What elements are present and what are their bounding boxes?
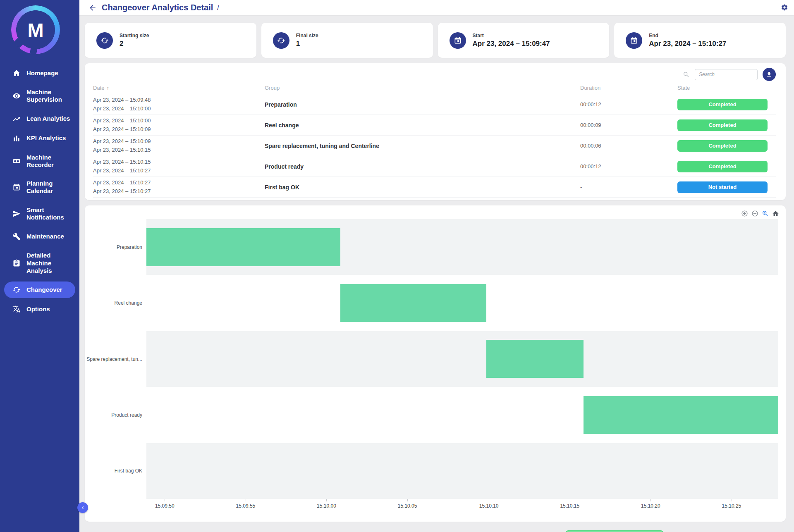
sidebar-item-changeover[interactable]: Changeover [4, 282, 75, 298]
breadcrumb-separator: / [217, 4, 219, 12]
sidebar-item-homepage[interactable]: Homepage [4, 65, 75, 81]
stat-cards-row: Starting size2Final size1StartApr 23, 20… [85, 23, 786, 58]
partial-legend-chip[interactable] [566, 530, 663, 532]
x-tick-label: 15:10:00 [317, 503, 336, 509]
stat-card-label: End [649, 33, 726, 38]
group-cell: Reel change [265, 122, 580, 129]
gantt-chart-card: PreparationReel changeSpare replacement,… [85, 205, 786, 522]
sidebar-item-label: Detailed Machine Analysis [26, 252, 70, 274]
calendar-icon-circle [626, 32, 642, 49]
trend-icon [12, 115, 21, 123]
gantt-band-spare-replacement-tun [146, 331, 778, 387]
duration-cell: 00:00:12 [580, 101, 677, 107]
changeover-icon [100, 36, 109, 45]
calendar-icon [12, 183, 21, 191]
sidebar-item-smart-notifications[interactable]: Smart Notifications [4, 202, 75, 226]
page-title: Changeover Analytics Detail [102, 3, 213, 12]
sidebar: M HomepageMachine SupervisionLean Analyt… [0, 0, 79, 532]
sidebar-collapse-button[interactable] [77, 502, 88, 513]
state-badge: Completed [677, 119, 768, 131]
gantt-plot-area [146, 219, 778, 499]
stat-card-starting-size: Starting size2 [85, 23, 256, 58]
table-row-product-ready[interactable]: Apr 23, 2024 – 15:10:15Apr 23, 2024 – 15… [93, 156, 776, 177]
search-input[interactable] [695, 69, 758, 80]
column-header-state[interactable]: State [677, 85, 776, 91]
state-badge: Completed [677, 140, 768, 152]
date-cell: Apr 23, 2024 – 15:10:00Apr 23, 2024 – 15… [93, 117, 265, 133]
translate-icon [12, 305, 21, 313]
back-button[interactable] [88, 3, 98, 12]
settings-gear-button[interactable] [780, 3, 789, 12]
x-tick-mark [489, 499, 489, 501]
table-row-preparation[interactable]: Apr 23, 2024 – 15:09:48Apr 23, 2024 – 15… [93, 94, 776, 115]
duration-cell: - [580, 184, 677, 190]
main-area: Changeover Analytics Detail / Starting s… [79, 0, 794, 532]
calendar-icon [454, 36, 462, 45]
sidebar-item-machine-recorder[interactable]: Machine Recorder [4, 150, 75, 173]
sidebar-item-detailed-machine-analysis[interactable]: Detailed Machine Analysis [4, 248, 75, 279]
group-cell: Preparation [265, 101, 580, 108]
search-icon [683, 71, 690, 78]
chevron-left-icon [80, 505, 86, 511]
stat-card-final-size: Final size1 [261, 23, 433, 58]
sidebar-item-label: Homepage [26, 69, 58, 77]
duration-cell: 00:00:09 [580, 122, 677, 128]
sidebar-item-maintenance[interactable]: Maintenance [4, 228, 75, 245]
x-tick-mark [326, 499, 327, 501]
gantt-row-label: Preparation [117, 244, 142, 250]
reset-home-button[interactable] [772, 210, 779, 217]
changeover-icon-circle [96, 32, 113, 49]
date-cell: Apr 23, 2024 – 15:09:48Apr 23, 2024 – 15… [93, 96, 265, 112]
gantt-bar-spare-replacement-tuning-and-centerline[interactable] [486, 340, 584, 378]
gantt-row-label: Reel change [115, 300, 142, 306]
date-cell: Apr 23, 2024 – 15:10:27Apr 23, 2024 – 15… [93, 179, 265, 195]
sort-ascending-icon: ↑ [106, 85, 109, 91]
sidebar-item-label: KPI Analytics [26, 134, 66, 142]
stat-card-label: Starting size [120, 33, 149, 38]
sidebar-item-label: Maintenance [26, 233, 64, 240]
stat-card-start: StartApr 23, 2024 – 15:09:47 [438, 23, 610, 58]
x-tick-label: 15:10:25 [722, 503, 741, 509]
table-header-row: Date ↑ Group Duration State [93, 82, 776, 94]
page-content: Starting size2Final size1StartApr 23, 20… [79, 15, 794, 522]
changeover-icon [277, 36, 285, 45]
sidebar-item-machine-supervision[interactable]: Machine Supervision [4, 84, 75, 108]
x-tick-mark [407, 499, 408, 501]
gantt-bar-preparation[interactable] [146, 228, 340, 266]
column-header-group[interactable]: Group [265, 85, 580, 91]
stat-card-end: EndApr 23, 2024 – 15:10:27 [614, 23, 786, 58]
sidebar-item-kpi-analytics[interactable]: KPI Analytics [4, 130, 75, 147]
app-logo: M [11, 5, 60, 54]
sidebar-item-planning-calendar[interactable]: Planning Calendar [4, 176, 75, 199]
x-tick-label: 15:09:55 [236, 503, 256, 509]
sidebar-item-label: Changeover [26, 286, 62, 293]
zoom-out-circle-button[interactable] [751, 210, 758, 217]
x-tick-mark [165, 499, 165, 501]
gantt-bar-product-ready[interactable] [584, 396, 778, 434]
sidebar-item-label: Options [26, 305, 50, 313]
x-tick-mark [651, 499, 651, 501]
download-button[interactable] [763, 68, 776, 81]
x-tick-mark [570, 499, 570, 501]
zoom-area-button[interactable] [761, 210, 769, 217]
table-row-reel-change[interactable]: Apr 23, 2024 – 15:10:00Apr 23, 2024 – 15… [93, 115, 776, 136]
column-header-duration[interactable]: Duration [580, 85, 677, 91]
table-row-spare-replacement-tuning-and-centerline[interactable]: Apr 23, 2024 – 15:10:09Apr 23, 2024 – 15… [93, 136, 776, 156]
calendar-icon [630, 36, 638, 45]
sidebar-item-label: Smart Notifications [26, 206, 70, 222]
date-cell: Apr 23, 2024 – 15:10:15Apr 23, 2024 – 15… [93, 158, 265, 174]
column-header-date[interactable]: Date ↑ [93, 85, 265, 91]
table-row-first-bag-ok[interactable]: Apr 23, 2024 – 15:10:27Apr 23, 2024 – 15… [93, 177, 776, 198]
date-cell: Apr 23, 2024 – 15:10:09Apr 23, 2024 – 15… [93, 137, 265, 154]
sidebar-item-options[interactable]: Options [4, 301, 75, 317]
gear-icon [781, 4, 788, 11]
group-cell: First bag OK [265, 184, 580, 191]
stat-card-value: 1 [296, 40, 318, 48]
sidebar-item-label: Lean Analytics [26, 115, 70, 122]
zoom-in-circle-button[interactable] [741, 210, 748, 217]
state-badge: Completed [677, 99, 768, 110]
calendar-icon-circle [450, 32, 466, 49]
sidebar-item-lean-analytics[interactable]: Lean Analytics [4, 111, 75, 127]
sidebar-item-label: Planning Calendar [26, 180, 70, 195]
gantt-bar-reel-change[interactable] [340, 284, 486, 322]
